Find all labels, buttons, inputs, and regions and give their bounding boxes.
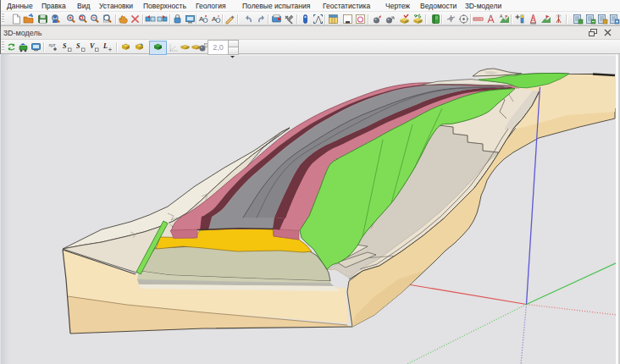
svg-text:V: V [90, 42, 95, 50]
svg-text:L: L [102, 42, 108, 50]
svg-text:A: A [500, 14, 503, 19]
svg-text:S: S [76, 42, 80, 50]
svg-text:xyz: xyz [49, 42, 56, 47]
svg-text:S: S [63, 42, 67, 50]
